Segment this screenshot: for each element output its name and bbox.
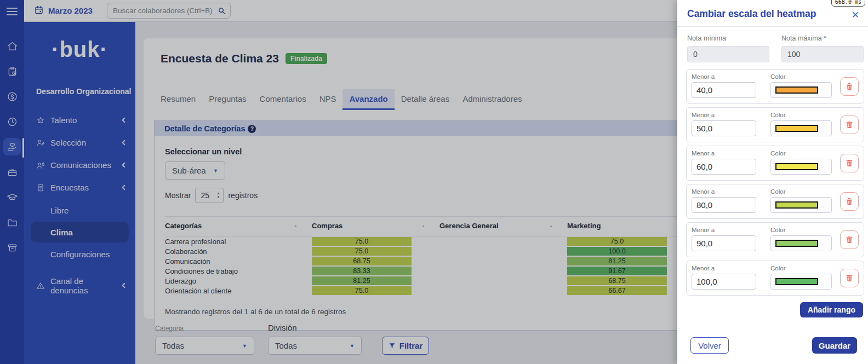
- trash-icon: [845, 197, 854, 206]
- range-threshold-label: Menor a: [692, 227, 756, 233]
- color-swatch: [775, 201, 818, 209]
- close-icon[interactable]: ✕: [852, 10, 859, 20]
- trash-icon: [845, 120, 854, 129]
- save-button[interactable]: Guardar: [812, 337, 857, 354]
- trash-icon: [845, 159, 854, 167]
- max-score-label: Nota máxima *: [781, 34, 864, 42]
- delete-range-button[interactable]: [840, 77, 859, 96]
- range-color-label: Color: [770, 112, 832, 118]
- delete-range-button[interactable]: [840, 154, 859, 172]
- back-button[interactable]: Volver: [690, 337, 729, 354]
- color-swatch: [775, 125, 818, 132]
- trash-icon: [845, 82, 854, 91]
- range-row: Menor a Color: [686, 184, 864, 219]
- range-threshold-input[interactable]: [692, 235, 756, 251]
- max-score-input: [781, 46, 864, 62]
- range-color-picker[interactable]: [770, 235, 832, 251]
- delete-range-button[interactable]: [840, 269, 859, 287]
- range-color-picker[interactable]: [770, 274, 832, 290]
- trash-icon: [845, 235, 854, 244]
- performance-badge: 668.0 ms: [831, 0, 865, 7]
- delete-range-button[interactable]: [840, 230, 859, 249]
- range-color-picker[interactable]: [770, 197, 832, 213]
- range-list: Menor a Color Menor a Color Menor a C: [686, 69, 868, 296]
- range-color-label: Color: [770, 188, 832, 195]
- range-threshold-input[interactable]: [692, 82, 756, 98]
- trash-icon: [845, 274, 854, 282]
- range-threshold-input[interactable]: [692, 197, 756, 213]
- range-row: Menor a Color: [686, 69, 864, 104]
- range-threshold-input[interactable]: [692, 274, 756, 290]
- range-threshold-label: Menor a: [692, 73, 756, 80]
- range-color-picker[interactable]: [770, 82, 832, 98]
- range-threshold-label: Menor a: [692, 265, 756, 271]
- range-row: Menor a Color: [686, 146, 864, 181]
- color-swatch: [775, 163, 818, 170]
- range-color-label: Color: [770, 227, 832, 233]
- range-color-label: Color: [770, 73, 832, 80]
- range-color-label: Color: [770, 150, 832, 157]
- color-swatch: [775, 278, 818, 285]
- range-color-picker[interactable]: [770, 159, 832, 175]
- range-color-picker[interactable]: [770, 120, 832, 136]
- delete-range-button[interactable]: [840, 115, 859, 134]
- range-color-label: Color: [770, 265, 832, 271]
- range-threshold-input[interactable]: [692, 159, 756, 175]
- range-row: Menor a Color: [686, 261, 864, 296]
- range-threshold-input[interactable]: [692, 120, 756, 136]
- color-swatch: [775, 240, 818, 247]
- range-row: Menor a Color: [686, 107, 864, 142]
- min-score-input: [687, 46, 769, 62]
- range-threshold-label: Menor a: [692, 150, 756, 157]
- range-threshold-label: Menor a: [692, 188, 756, 195]
- color-swatch: [775, 86, 818, 94]
- range-threshold-label: Menor a: [692, 112, 756, 118]
- min-score-label: Nota mínima: [687, 34, 769, 42]
- heatmap-scale-panel: 668.0 ms Cambiar escala del heatmap ✕ No…: [677, 0, 868, 364]
- add-range-button[interactable]: Añadir rango: [800, 302, 863, 317]
- modal-backdrop[interactable]: [0, 0, 677, 364]
- range-row: Menor a Color: [686, 222, 864, 257]
- delete-range-button[interactable]: [840, 192, 859, 211]
